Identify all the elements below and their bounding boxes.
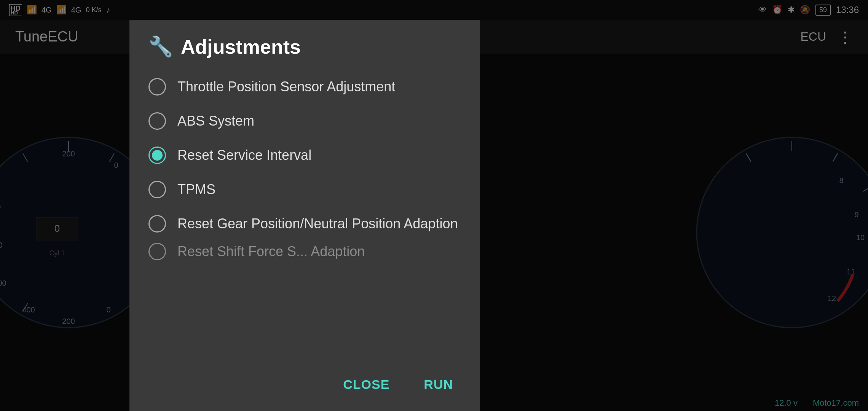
dialog-options: Throttle Position Sensor Adjustment ABS … [148,70,461,366]
close-button[interactable]: CLOSE [335,373,397,396]
option-label-tpms: TPMS [177,182,215,198]
option-tpms[interactable]: TPMS [148,172,461,207]
option-rsi[interactable]: Reset Service Interval [148,138,461,172]
radio-tps[interactable] [148,78,166,96]
option-label-tps: Throttle Position Sensor Adjustment [177,79,395,95]
option-abs[interactable]: ABS System [148,104,461,138]
option-tps[interactable]: Throttle Position Sensor Adjustment [148,70,461,104]
option-label-rsi: Reset Service Interval [177,147,311,163]
option-label-abs: ABS System [177,113,254,129]
radio-rsi-fill [152,150,163,161]
radio-tpms[interactable] [148,181,166,198]
run-button[interactable]: RUN [416,373,461,396]
option-rsfa[interactable]: Reset Shift Force S... Adaption [148,241,461,262]
dialog-footer: CLOSE RUN [148,366,461,400]
dialog-header: 🔧 Adjustments [148,35,461,58]
adjustments-dialog: 🔧 Adjustments Throttle Position Sensor A… [129,20,480,411]
option-label-rgpnpa: Reset Gear Position/Neutral Position Ada… [177,216,458,232]
dialog-title: Adjustments [181,35,301,58]
radio-rsi[interactable] [148,147,166,164]
radio-rgpnpa[interactable] [148,215,166,233]
radio-rsfa[interactable] [148,243,166,260]
radio-abs[interactable] [148,112,166,130]
wrench-icon: 🔧 [148,35,173,58]
option-rgpnpa[interactable]: Reset Gear Position/Neutral Position Ada… [148,207,461,241]
option-label-rsfa: Reset Shift Force S... Adaption [177,244,365,260]
